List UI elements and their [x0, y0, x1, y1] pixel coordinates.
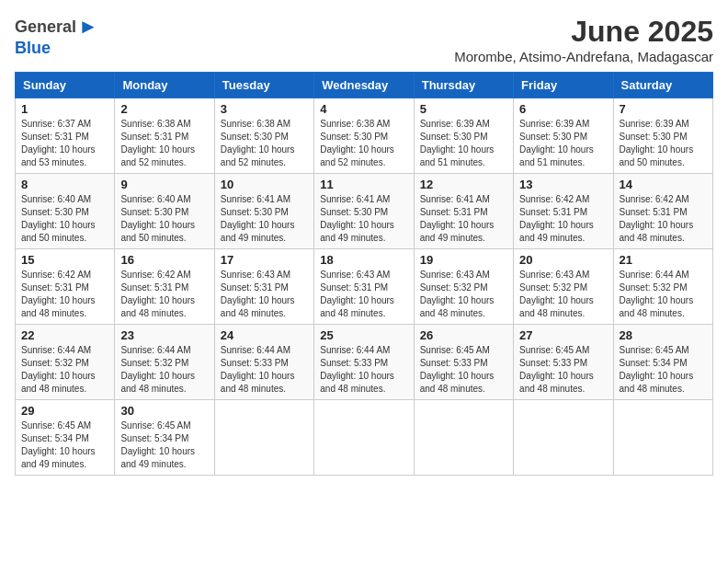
day-number: 7 [620, 102, 707, 116]
title-block: June 2025 Morombe, Atsimo-Andrefana, Mad… [454, 15, 713, 64]
calendar-cell: 12Sunrise: 6:41 AMSunset: 5:31 PMDayligh… [414, 174, 513, 249]
calendar-cell: 30Sunrise: 6:45 AMSunset: 5:34 PMDayligh… [115, 400, 214, 476]
day-number: 28 [620, 328, 707, 342]
cell-details: Sunrise: 6:42 AMSunset: 5:31 PMDaylight:… [120, 269, 208, 320]
cell-details: Sunrise: 6:38 AMSunset: 5:31 PMDaylight:… [120, 118, 208, 169]
day-number: 1 [21, 102, 108, 116]
day-number: 5 [420, 102, 507, 116]
logo-blue: Blue [15, 39, 51, 57]
day-number: 16 [120, 253, 208, 267]
cell-details: Sunrise: 6:43 AMSunset: 5:32 PMDaylight:… [420, 269, 507, 320]
day-header-friday: Friday [514, 73, 613, 98]
calendar-cell [314, 400, 414, 476]
calendar-cell: 20Sunrise: 6:43 AMSunset: 5:32 PMDayligh… [514, 249, 613, 325]
cell-details: Sunrise: 6:44 AMSunset: 5:33 PMDaylight:… [320, 344, 407, 396]
cell-details: Sunrise: 6:40 AMSunset: 5:30 PMDaylight:… [21, 193, 108, 245]
cell-details: Sunrise: 6:43 AMSunset: 5:32 PMDaylight:… [519, 269, 607, 320]
cell-details: Sunrise: 6:45 AMSunset: 5:34 PMDaylight:… [21, 419, 108, 471]
calendar-cell: 13Sunrise: 6:42 AMSunset: 5:31 PMDayligh… [514, 174, 613, 249]
day-header-wednesday: Wednesday [314, 73, 414, 98]
calendar-cell: 22Sunrise: 6:44 AMSunset: 5:32 PMDayligh… [16, 325, 115, 400]
day-number: 25 [320, 328, 407, 342]
calendar-cell: 19Sunrise: 6:43 AMSunset: 5:32 PMDayligh… [414, 249, 513, 325]
calendar-cell: 3Sunrise: 6:38 AMSunset: 5:30 PMDaylight… [214, 98, 313, 174]
cell-details: Sunrise: 6:43 AMSunset: 5:31 PMDaylight:… [221, 269, 308, 320]
cell-details: Sunrise: 6:39 AMSunset: 5:30 PMDaylight:… [420, 118, 507, 169]
cell-details: Sunrise: 6:38 AMSunset: 5:30 PMDaylight:… [221, 118, 308, 169]
cell-details: Sunrise: 6:42 AMSunset: 5:31 PMDaylight:… [620, 193, 707, 245]
calendar-cell [514, 400, 613, 476]
day-number: 10 [221, 178, 308, 191]
calendar-week-5: 29Sunrise: 6:45 AMSunset: 5:34 PMDayligh… [16, 400, 713, 476]
calendar-week-3: 15Sunrise: 6:42 AMSunset: 5:31 PMDayligh… [16, 249, 713, 325]
day-number: 8 [21, 178, 108, 191]
cell-details: Sunrise: 6:41 AMSunset: 5:31 PMDaylight:… [420, 193, 507, 245]
calendar-week-2: 8Sunrise: 6:40 AMSunset: 5:30 PMDaylight… [16, 174, 713, 249]
calendar-cell: 21Sunrise: 6:44 AMSunset: 5:32 PMDayligh… [613, 249, 712, 325]
calendar-week-4: 22Sunrise: 6:44 AMSunset: 5:32 PMDayligh… [16, 325, 713, 400]
calendar-header-row: SundayMondayTuesdayWednesdayThursdayFrid… [16, 73, 713, 98]
day-header-tuesday: Tuesday [214, 73, 313, 98]
cell-details: Sunrise: 6:45 AMSunset: 5:33 PMDaylight:… [519, 344, 607, 396]
day-number: 4 [320, 102, 407, 116]
page-header: General ► Blue June 2025 Morombe, Atsimo… [15, 15, 713, 64]
day-number: 2 [120, 102, 208, 116]
calendar-cell: 1Sunrise: 6:37 AMSunset: 5:31 PMDaylight… [16, 98, 115, 174]
cell-details: Sunrise: 6:44 AMSunset: 5:32 PMDaylight:… [620, 269, 707, 320]
day-number: 6 [519, 102, 607, 116]
cell-details: Sunrise: 6:44 AMSunset: 5:33 PMDaylight:… [221, 344, 308, 396]
logo-general: General [15, 17, 76, 37]
month-title: June 2025 [454, 15, 713, 49]
calendar-cell: 4Sunrise: 6:38 AMSunset: 5:30 PMDaylight… [314, 98, 414, 174]
calendar-cell [613, 400, 712, 476]
cell-details: Sunrise: 6:42 AMSunset: 5:31 PMDaylight:… [519, 193, 607, 245]
cell-details: Sunrise: 6:45 AMSunset: 5:34 PMDaylight:… [620, 344, 707, 396]
day-header-sunday: Sunday [16, 73, 115, 98]
calendar-cell: 2Sunrise: 6:38 AMSunset: 5:31 PMDaylight… [115, 98, 214, 174]
cell-details: Sunrise: 6:41 AMSunset: 5:30 PMDaylight:… [221, 193, 308, 245]
cell-details: Sunrise: 6:44 AMSunset: 5:32 PMDaylight:… [120, 344, 208, 396]
calendar-cell: 5Sunrise: 6:39 AMSunset: 5:30 PMDaylight… [414, 98, 513, 174]
calendar-cell: 29Sunrise: 6:45 AMSunset: 5:34 PMDayligh… [16, 400, 115, 476]
calendar-cell: 18Sunrise: 6:43 AMSunset: 5:31 PMDayligh… [314, 249, 414, 325]
calendar-cell: 27Sunrise: 6:45 AMSunset: 5:33 PMDayligh… [514, 325, 613, 400]
day-number: 15 [21, 253, 108, 267]
calendar-cell: 23Sunrise: 6:44 AMSunset: 5:32 PMDayligh… [115, 325, 214, 400]
day-number: 12 [420, 178, 507, 191]
cell-details: Sunrise: 6:39 AMSunset: 5:30 PMDaylight:… [519, 118, 607, 169]
day-number: 21 [620, 253, 707, 267]
calendar-cell: 6Sunrise: 6:39 AMSunset: 5:30 PMDaylight… [514, 98, 613, 174]
calendar-cell [414, 400, 513, 476]
calendar-cell: 8Sunrise: 6:40 AMSunset: 5:30 PMDaylight… [16, 174, 115, 249]
calendar-cell: 10Sunrise: 6:41 AMSunset: 5:30 PMDayligh… [214, 174, 313, 249]
cell-details: Sunrise: 6:41 AMSunset: 5:30 PMDaylight:… [320, 193, 407, 245]
logo: General ► Blue [15, 15, 98, 58]
location-title: Morombe, Atsimo-Andrefana, Madagascar [454, 49, 713, 64]
day-number: 9 [120, 178, 208, 191]
day-header-thursday: Thursday [414, 73, 513, 98]
day-number: 24 [221, 328, 308, 342]
cell-details: Sunrise: 6:45 AMSunset: 5:34 PMDaylight:… [120, 419, 208, 471]
day-number: 18 [320, 253, 407, 267]
day-number: 23 [120, 328, 208, 342]
day-number: 13 [519, 178, 607, 191]
cell-details: Sunrise: 6:37 AMSunset: 5:31 PMDaylight:… [21, 118, 108, 169]
cell-details: Sunrise: 6:43 AMSunset: 5:31 PMDaylight:… [320, 269, 407, 320]
cell-details: Sunrise: 6:38 AMSunset: 5:30 PMDaylight:… [320, 118, 407, 169]
day-number: 11 [320, 178, 407, 191]
calendar-cell: 28Sunrise: 6:45 AMSunset: 5:34 PMDayligh… [613, 325, 712, 400]
cell-details: Sunrise: 6:40 AMSunset: 5:30 PMDaylight:… [120, 193, 208, 245]
calendar-cell: 9Sunrise: 6:40 AMSunset: 5:30 PMDaylight… [115, 174, 214, 249]
day-number: 17 [221, 253, 308, 267]
calendar-week-1: 1Sunrise: 6:37 AMSunset: 5:31 PMDaylight… [16, 98, 713, 174]
cell-details: Sunrise: 6:44 AMSunset: 5:32 PMDaylight:… [21, 344, 108, 396]
calendar-cell: 15Sunrise: 6:42 AMSunset: 5:31 PMDayligh… [16, 249, 115, 325]
calendar-table: SundayMondayTuesdayWednesdayThursdayFrid… [15, 72, 713, 476]
calendar-cell: 25Sunrise: 6:44 AMSunset: 5:33 PMDayligh… [314, 325, 414, 400]
calendar-cell: 26Sunrise: 6:45 AMSunset: 5:33 PMDayligh… [414, 325, 513, 400]
day-number: 27 [519, 328, 607, 342]
calendar-cell [214, 400, 313, 476]
logo-bird-icon: ► [78, 15, 98, 39]
day-number: 14 [620, 178, 707, 191]
day-number: 20 [519, 253, 607, 267]
